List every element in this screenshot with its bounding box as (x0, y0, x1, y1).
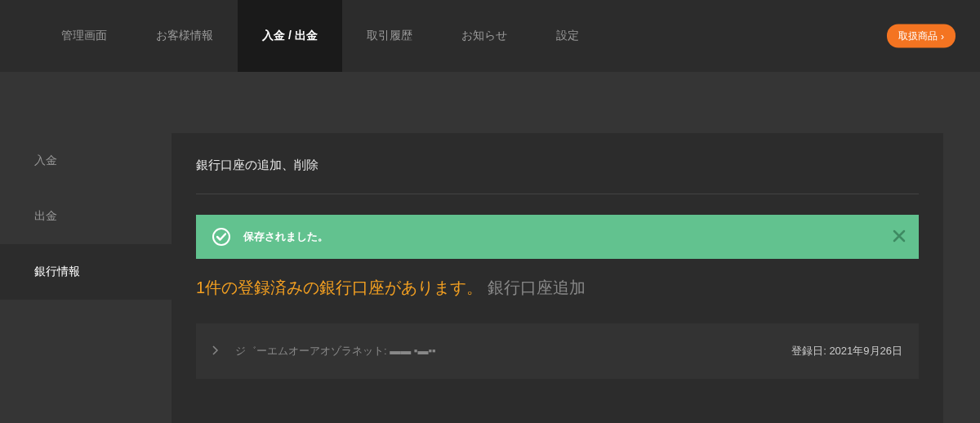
main-content: 銀行口座の追加、削除 保存されました。 1件の登録済みの銀行口座があります。 銀… (172, 133, 943, 423)
register-date: 登録日: 2021年9月26日 (791, 344, 902, 358)
alert-success: 保存されました。 (196, 215, 919, 259)
info-line: 1件の登録済みの銀行口座があります。 銀行口座追加 (196, 277, 919, 299)
account-name: ジ゛ーエムオーアオゾラネット: ▬▬ ▪▬▪▪ (235, 344, 791, 358)
nav-item-customer[interactable]: お客様情報 (131, 0, 238, 72)
checkmark-icon (212, 228, 230, 246)
nav-item-notice[interactable]: お知らせ (437, 0, 532, 72)
register-date-value: 2021年9月26日 (829, 345, 902, 357)
close-icon[interactable] (893, 229, 906, 245)
page-title: 銀行口座の追加、削除 (196, 158, 919, 194)
nav-item-admin[interactable]: 管理画面 (37, 0, 131, 72)
nav-item-deposit-withdraw[interactable]: 入金 / 出金 (238, 0, 342, 72)
sidebar-item-deposit[interactable]: 入金 (0, 133, 172, 189)
top-nav: 管理画面 お客様情報 入金 / 出金 取引履歴 お知らせ 設定 取扱商品 › (0, 0, 980, 72)
sidebar-item-bank-info[interactable]: 銀行情報 (0, 244, 172, 300)
products-button-label: 取扱商品 (898, 29, 938, 43)
products-button[interactable]: 取扱商品 › (887, 24, 956, 48)
nav-item-settings[interactable]: 設定 (532, 0, 604, 72)
add-bank-account-link[interactable]: 銀行口座追加 (488, 278, 586, 296)
info-highlight: 1件の登録済みの銀行口座があります。 (196, 278, 483, 296)
nav-item-history[interactable]: 取引履歴 (342, 0, 437, 72)
account-card[interactable]: ジ゛ーエムオーアオゾラネット: ▬▬ ▪▬▪▪ 登録日: 2021年9月26日 (196, 323, 919, 379)
chevron-right-icon: › (941, 30, 944, 42)
content-wrapper: 入金 出金 銀行情報 銀行口座の追加、削除 保存されました。 1件の登録済みの銀… (0, 72, 980, 423)
alert-text: 保存されました。 (243, 229, 328, 244)
register-date-label: 登録日: (791, 345, 829, 357)
sidebar: 入金 出金 銀行情報 (0, 72, 172, 423)
chevron-right-icon (212, 345, 219, 358)
sidebar-item-withdraw[interactable]: 出金 (0, 189, 172, 244)
